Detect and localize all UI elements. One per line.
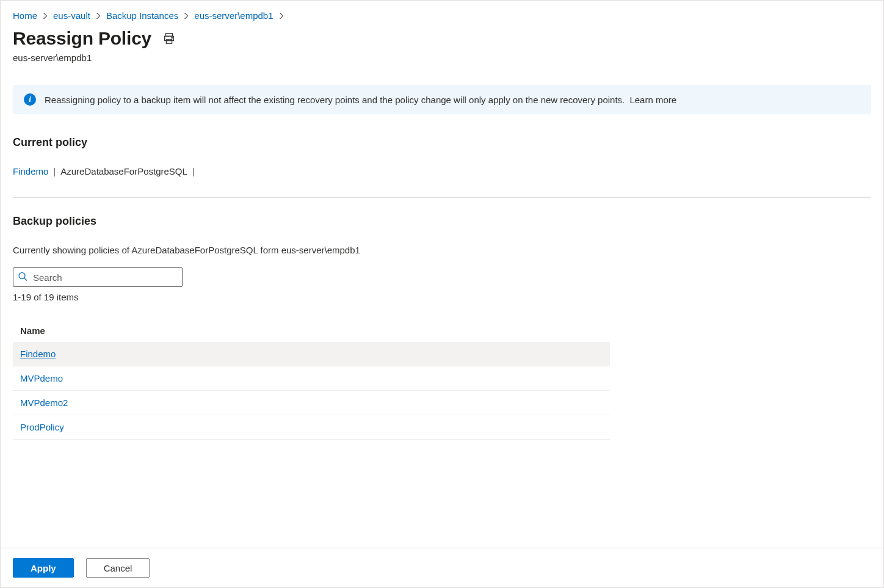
table-row[interactable]: MVPdemo2 xyxy=(13,391,610,415)
policy-link[interactable]: MVPdemo2 xyxy=(20,397,68,408)
section-divider xyxy=(13,197,871,198)
breadcrumb: Home eus-vault Backup Instances eus-serv… xyxy=(13,8,871,28)
breadcrumb-home[interactable]: Home xyxy=(13,10,37,21)
search-wrap xyxy=(13,267,183,287)
search-icon xyxy=(18,272,27,283)
breadcrumb-instance[interactable]: eus-server\empdb1 xyxy=(194,10,273,21)
current-policy-type: AzureDatabaseForPostgreSQL xyxy=(60,166,187,176)
footer-bar: Apply Cancel xyxy=(1,548,883,587)
separator: | xyxy=(192,166,195,176)
current-policy-heading: Current policy xyxy=(13,136,871,149)
policy-link[interactable]: ProdPolicy xyxy=(20,422,64,432)
search-input[interactable] xyxy=(13,267,183,287)
chevron-right-icon xyxy=(183,11,189,21)
item-count-text: 1-19 of 19 items xyxy=(13,292,871,302)
page-header: Reassign Policy xyxy=(13,28,871,49)
svg-point-4 xyxy=(19,273,25,279)
chevron-right-icon xyxy=(278,11,284,21)
policy-link[interactable]: Findemo xyxy=(20,349,56,359)
print-icon[interactable] xyxy=(162,32,176,45)
info-banner: i Reassigning policy to a backup item wi… xyxy=(13,85,871,114)
separator: | xyxy=(53,166,56,176)
svg-point-3 xyxy=(172,37,172,38)
learn-more-link[interactable]: Learn more xyxy=(629,95,676,105)
info-banner-text: Reassigning policy to a backup item will… xyxy=(45,95,676,105)
backup-policies-heading: Backup policies xyxy=(13,215,871,228)
svg-line-5 xyxy=(24,278,27,281)
policy-table: Name Findemo MVPdemo MVPdemo2 ProdPolicy xyxy=(13,319,610,440)
info-icon: i xyxy=(24,93,36,106)
backup-policies-description: Currently showing policies of AzureDatab… xyxy=(13,245,871,255)
cancel-button[interactable]: Cancel xyxy=(86,558,150,578)
page-root: Home eus-vault Backup Instances eus-serv… xyxy=(0,0,884,588)
current-policy-link[interactable]: Findemo xyxy=(13,166,48,176)
table-row[interactable]: MVPdemo xyxy=(13,366,610,391)
page-subtitle: eus-server\empdb1 xyxy=(13,53,871,63)
svg-rect-2 xyxy=(167,40,172,43)
chevron-right-icon xyxy=(95,11,101,21)
content-wrap: Home eus-vault Backup Instances eus-serv… xyxy=(1,1,883,440)
apply-button[interactable]: Apply xyxy=(13,558,74,578)
chevron-right-icon xyxy=(42,11,48,21)
page-title: Reassign Policy xyxy=(13,28,151,49)
breadcrumb-backup-instances[interactable]: Backup Instances xyxy=(106,10,178,21)
breadcrumb-vault[interactable]: eus-vault xyxy=(53,10,90,21)
current-policy-row: Findemo | AzureDatabaseForPostgreSQL | xyxy=(13,166,871,176)
policy-link[interactable]: MVPdemo xyxy=(20,373,63,383)
table-row[interactable]: ProdPolicy xyxy=(13,415,610,440)
column-header-name[interactable]: Name xyxy=(13,319,610,342)
table-row[interactable]: Findemo xyxy=(13,342,610,366)
svg-rect-0 xyxy=(166,34,173,37)
